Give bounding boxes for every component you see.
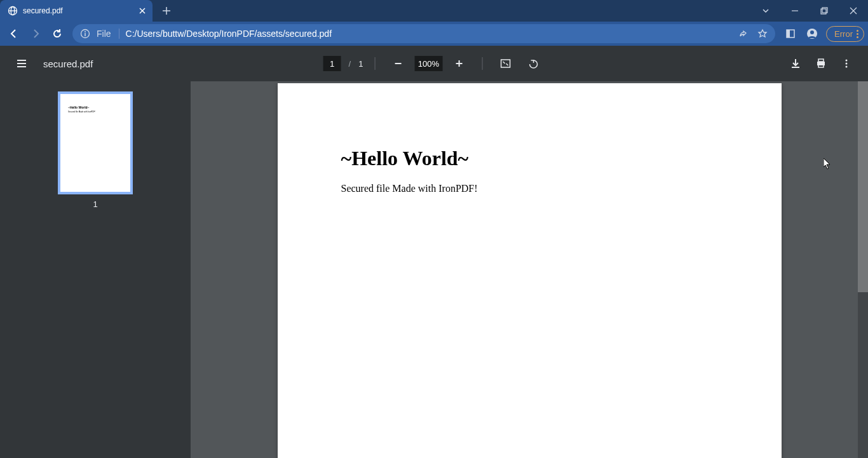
svg-point-35	[846, 63, 848, 65]
more-vert-icon	[857, 30, 858, 38]
svg-rect-31	[818, 59, 824, 62]
url-divider	[119, 29, 119, 39]
svg-rect-9	[822, 8, 827, 13]
reload-button[interactable]	[47, 24, 67, 44]
svg-line-27	[503, 62, 505, 64]
svg-line-28	[506, 64, 508, 65]
toolbar-divider	[374, 57, 375, 70]
toolbar-divider	[482, 57, 482, 70]
url-path: C:/Users/buttw/Desktop/IronPDF/assets/se…	[126, 29, 332, 39]
print-button[interactable]	[810, 52, 832, 75]
svg-point-36	[846, 66, 848, 68]
thumbnail-heading: ~Hello World~	[68, 105, 90, 109]
url-scheme: File	[97, 29, 111, 39]
pdf-menu-button[interactable]	[10, 52, 33, 75]
pdf-viewer-area: ~Hello World~ Secured file Made with Iro…	[0, 81, 868, 458]
document-body: Secured file Made with IronPDF!	[341, 183, 718, 194]
scrollbar-thumb[interactable]	[858, 81, 868, 292]
browser-tab-bar: secured.pdf	[0, 0, 868, 22]
info-icon[interactable]	[80, 29, 90, 39]
svg-rect-17	[787, 30, 790, 37]
page-view[interactable]: ~Hello World~ Secured file Made with Iro…	[191, 81, 868, 458]
address-bar[interactable]: File C:/Users/buttw/Desktop/IronPDF/asse…	[72, 24, 775, 43]
pdf-page: ~Hello World~ Secured file Made with Iro…	[278, 83, 782, 458]
back-button[interactable]	[4, 24, 24, 44]
new-tab-button[interactable]	[158, 2, 175, 20]
zoom-in-button[interactable]	[447, 52, 470, 75]
globe-icon	[8, 6, 18, 16]
close-tab-button[interactable]	[137, 6, 147, 16]
svg-rect-26	[501, 60, 510, 67]
forward-button[interactable]	[25, 24, 46, 44]
page-total: 1	[358, 59, 363, 69]
svg-point-19	[810, 30, 814, 34]
thumbnail-label: 1	[93, 199, 97, 209]
zoom-input[interactable]	[414, 56, 442, 71]
svg-marker-15	[759, 30, 766, 37]
download-button[interactable]	[784, 52, 807, 75]
document-heading: ~Hello World~	[341, 147, 718, 170]
page-separator: /	[349, 59, 351, 69]
bookmark-icon[interactable]	[757, 29, 768, 39]
pdf-toolbar: secured.pdf / 1	[0, 46, 868, 81]
zoom-out-button[interactable]	[386, 52, 409, 75]
svg-rect-8	[821, 9, 826, 14]
profile-button[interactable]	[802, 24, 822, 44]
scrollbar[interactable]	[858, 81, 868, 458]
thumbnail-text: Secured file Made with IronPDF!	[68, 111, 95, 113]
svg-point-34	[846, 60, 848, 62]
fit-page-button[interactable]	[494, 52, 517, 75]
error-chip-label: Error	[834, 29, 853, 39]
svg-point-13	[85, 31, 86, 32]
address-bar-row: File C:/Users/buttw/Desktop/IronPDF/asse…	[0, 22, 868, 46]
thumbnail-panel[interactable]: ~Hello World~ Secured file Made with Iro…	[0, 81, 191, 458]
tab-search-button[interactable]	[751, 0, 780, 22]
page-input[interactable]	[323, 56, 341, 71]
pdf-filename: secured.pdf	[43, 58, 93, 69]
window-controls	[751, 0, 868, 22]
share-icon[interactable]	[738, 29, 749, 39]
pdf-more-button[interactable]	[835, 52, 858, 75]
browser-tab[interactable]: secured.pdf	[0, 0, 153, 22]
thumbnail-page[interactable]: ~Hello World~ Secured file Made with Iro…	[58, 91, 133, 194]
svg-rect-33	[818, 64, 824, 67]
side-panel-button[interactable]	[780, 24, 801, 44]
minimize-button[interactable]	[780, 0, 810, 22]
error-chip[interactable]: Error	[826, 26, 864, 42]
tab-title: secured.pdf	[23, 6, 132, 15]
rotate-button[interactable]	[522, 52, 545, 75]
close-window-button[interactable]	[839, 0, 868, 22]
maximize-button[interactable]	[810, 0, 839, 22]
